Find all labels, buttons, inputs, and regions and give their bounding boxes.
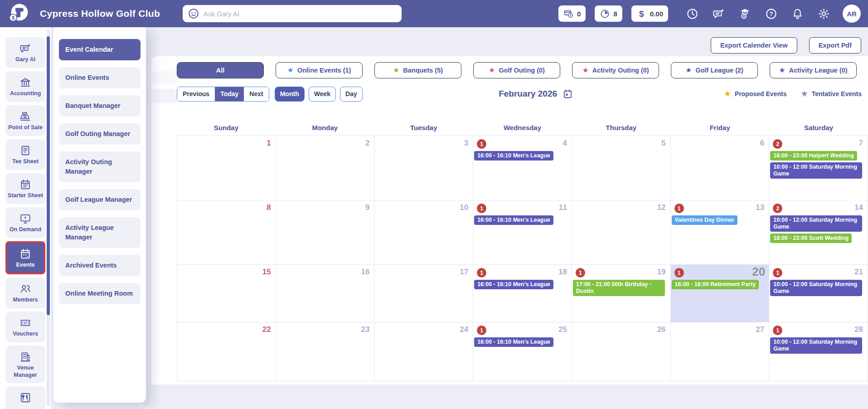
sidebar-item-vouchers[interactable]: Vouchers bbox=[5, 312, 45, 342]
event-pill[interactable]: Valentines Day Dinner bbox=[672, 215, 737, 225]
day-cell-7[interactable]: 2716:00 - 23:00 Halpert Wedding10:00 - 1… bbox=[769, 136, 868, 200]
notification-bell-button[interactable] bbox=[791, 8, 804, 20]
sidebar: Gary AIAccountingPoint of SaleTee SheetS… bbox=[0, 27, 51, 409]
day-header-tuesday: Tuesday bbox=[374, 120, 473, 136]
view-day-button[interactable]: Day bbox=[340, 87, 363, 102]
sidebar-scrollbar-thumb[interactable] bbox=[47, 36, 50, 315]
day-cell-16[interactable]: 16 bbox=[276, 265, 375, 322]
day-cell-3[interactable]: 3 bbox=[374, 136, 473, 200]
day-cell-11[interactable]: 11116:00 - 16:10 Men's League bbox=[473, 200, 572, 265]
submenu-item-online-events[interactable]: Online Events bbox=[59, 67, 141, 88]
day-cell-2[interactable]: 2 bbox=[276, 136, 375, 200]
settings-gear-icon bbox=[818, 15, 830, 21]
submenu-item-event-calendar[interactable]: Event Calendar bbox=[59, 39, 141, 60]
sidebar-item-gary-ai[interactable]: Gary AI bbox=[5, 37, 45, 68]
sidebar-item-point-of-sale[interactable]: Point of Sale bbox=[5, 105, 45, 136]
event-pill[interactable]: 17:00 - 21:00 50th Birthday - Dustin bbox=[573, 280, 665, 296]
filter-online-events-1[interactable]: ★Online Events (1) bbox=[276, 62, 363, 78]
day-cell-20[interactable]: 12016:00 - 18:00 Retirement Party bbox=[671, 265, 770, 322]
user-avatar[interactable]: AR bbox=[843, 5, 861, 23]
sidebar-item-accounting[interactable]: Accounting bbox=[5, 71, 45, 102]
day-cell-12[interactable]: 12 bbox=[572, 200, 671, 265]
event-pill[interactable]: 10:00 - 12:00 Saturday Morning Game bbox=[770, 215, 862, 232]
day-cell-18[interactable]: 11816:00 - 16:10 Men's League bbox=[473, 265, 572, 322]
event-count-badge: 1 bbox=[773, 268, 782, 278]
day-cell-23[interactable]: 23 bbox=[276, 322, 375, 381]
clock-button[interactable] bbox=[686, 8, 698, 20]
calendar-picker-icon[interactable] bbox=[563, 89, 573, 99]
export-calendar-view-button[interactable]: Export Calender View bbox=[711, 37, 797, 54]
sidebar-item-events[interactable]: Events bbox=[5, 241, 45, 274]
day-cell-27[interactable]: 27 bbox=[671, 322, 770, 381]
event-pill[interactable]: 10:00 - 12:00 Saturday Morning Game bbox=[770, 162, 862, 179]
event-pill[interactable]: 10:00 - 12:00 Saturday Morning Game bbox=[770, 337, 862, 354]
event-pill[interactable]: 16:00 - 16:10 Men's League bbox=[474, 151, 553, 161]
header-stat-duration[interactable]: 8 bbox=[595, 5, 622, 22]
filter-all[interactable]: All bbox=[177, 62, 264, 78]
event-pill[interactable]: 16:00 - 16:10 Men's League bbox=[474, 337, 553, 347]
event-pill[interactable]: 16:00 - 23:00 Halpert Wedding bbox=[770, 151, 857, 161]
day-cell-25[interactable]: 12516:00 - 16:10 Men's League bbox=[473, 322, 572, 381]
next-button[interactable]: Next bbox=[244, 87, 268, 101]
sidebar-item-restaurant[interactable] bbox=[5, 386, 45, 409]
app-logo[interactable]: $ bbox=[7, 2, 30, 25]
chat-sparkle-icon bbox=[19, 43, 31, 54]
day-cell-17[interactable]: 17 bbox=[374, 265, 473, 322]
submenu-item-archived-events[interactable]: Archived Events bbox=[59, 255, 141, 276]
day-cell-21[interactable]: 12110:00 - 12:00 Saturday Morning Game bbox=[769, 265, 868, 322]
day-cell-8[interactable]: 8 bbox=[177, 200, 276, 265]
day-cell-19[interactable]: 11917:00 - 21:00 50th Birthday - Dustin bbox=[572, 265, 671, 322]
sidebar-item-venue-manager[interactable]: Venue Manager bbox=[5, 346, 45, 383]
submenu-item-activity-outing-manager[interactable]: Activity Outing Manager bbox=[59, 151, 141, 182]
view-month-button[interactable]: Month bbox=[275, 87, 305, 102]
svg-text:?: ? bbox=[770, 11, 773, 17]
day-cell-22[interactable]: 22 bbox=[177, 322, 276, 381]
sidebar-item-starter-sheet[interactable]: Starter Sheet bbox=[5, 173, 45, 204]
gary-coin-button[interactable]: $ bbox=[739, 8, 751, 20]
day-cell-6[interactable]: 6 bbox=[671, 136, 770, 200]
filter-activity-league-0[interactable]: ★Activity League (0) bbox=[770, 62, 857, 78]
day-cell-4[interactable]: 1416:00 - 16:10 Men's League bbox=[473, 136, 572, 200]
sidebar-item-tee-sheet[interactable]: Tee Sheet bbox=[5, 139, 45, 170]
submenu-item-golf-league-manager[interactable]: Golf League Manager bbox=[59, 189, 141, 210]
day-cell-14[interactable]: 21410:00 - 12:00 Saturday Morning Game18… bbox=[769, 200, 868, 265]
header-stat-dollar-sign[interactable]: $0.00 bbox=[631, 5, 668, 22]
event-pill[interactable]: 16:00 - 18:00 Retirement Party bbox=[672, 280, 759, 289]
day-cell-5[interactable]: 5 bbox=[572, 136, 671, 200]
filter-activity-outing-0[interactable]: ★Activity Outing (0) bbox=[572, 62, 659, 78]
event-pill[interactable]: 16:00 - 16:10 Men's League bbox=[474, 215, 553, 225]
day-cell-13[interactable]: 113Valentines Day Dinner bbox=[671, 200, 770, 265]
submenu-item-banquet-manager[interactable]: Banquet Manager bbox=[59, 95, 141, 117]
day-cell-1[interactable]: 1 bbox=[177, 136, 276, 200]
filter-golf-outing-0[interactable]: ★Golf Outing (0) bbox=[473, 62, 560, 78]
filter-banquets-5[interactable]: ★Banquets (5) bbox=[374, 62, 461, 78]
today-button[interactable]: Today bbox=[215, 87, 244, 101]
event-pill[interactable]: 16:00 - 16:10 Men's League bbox=[474, 280, 553, 289]
day-cell-26[interactable]: 26 bbox=[572, 322, 671, 381]
clock-icon bbox=[686, 15, 698, 21]
day-cell-28[interactable]: 12810:00 - 12:00 Saturday Morning Game bbox=[769, 322, 868, 381]
day-cell-10[interactable]: 10 bbox=[374, 200, 473, 265]
help-button[interactable]: ? bbox=[765, 8, 777, 20]
submenu-item-activity-league-manager[interactable]: Activity League Manager bbox=[59, 217, 141, 248]
ask-gary-search-input[interactable] bbox=[183, 5, 402, 22]
previous-button[interactable]: Previous bbox=[177, 87, 215, 101]
sidebar-item-on-demand[interactable]: On Demand bbox=[5, 207, 45, 238]
gary-ai-icon bbox=[188, 8, 199, 19]
day-cell-24[interactable]: 24 bbox=[374, 322, 473, 381]
header-stat-register-clock[interactable]: 0 bbox=[558, 5, 586, 22]
day-cell-15[interactable]: 15 bbox=[177, 265, 276, 322]
view-week-button[interactable]: Week bbox=[309, 87, 336, 102]
submenu-item-golf-outing-manager[interactable]: Golf Outing Manager bbox=[59, 123, 141, 145]
sidebar-scrollbar[interactable] bbox=[47, 30, 50, 406]
date-number: 20 bbox=[752, 265, 765, 279]
settings-gear-button[interactable] bbox=[818, 8, 830, 20]
event-pill[interactable]: 10:00 - 12:00 Saturday Morning Game bbox=[770, 280, 862, 296]
day-cell-9[interactable]: 9 bbox=[276, 200, 375, 265]
submenu-item-online-meeting-room[interactable]: Online Meeting Room bbox=[59, 283, 141, 304]
feedback-sparkle-button[interactable] bbox=[713, 8, 725, 20]
filter-golf-league-2[interactable]: ★Golf League (2) bbox=[671, 62, 758, 78]
export-pdf-button[interactable]: Export Pdf bbox=[809, 37, 861, 54]
event-pill[interactable]: 18:00 - 23:00 Scott Wedding bbox=[770, 234, 852, 243]
sidebar-item-members[interactable]: Members bbox=[5, 278, 45, 308]
